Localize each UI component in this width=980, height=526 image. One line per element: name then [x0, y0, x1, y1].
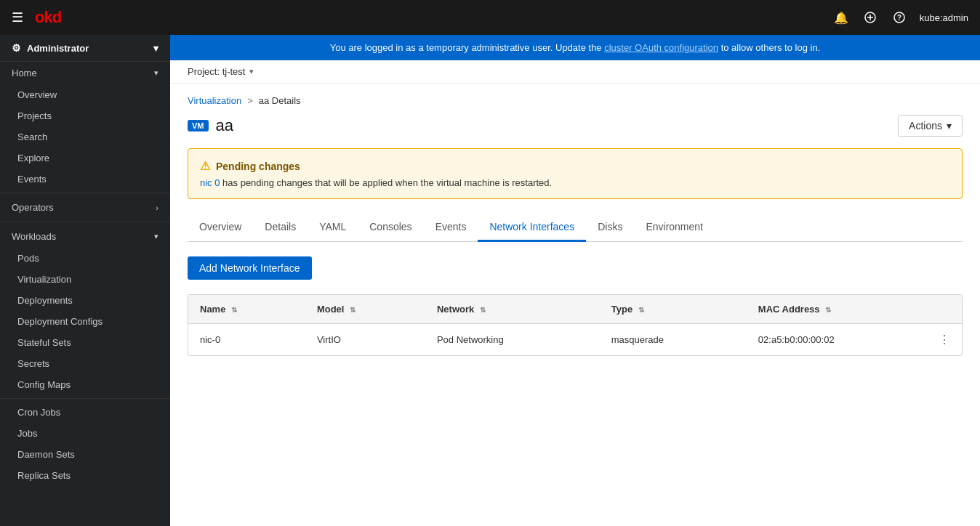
breadcrumb-parent-link[interactable]: Virtualization — [188, 95, 241, 106]
cell-name: nic-0 — [188, 324, 305, 356]
warning-icon: ⚠ — [200, 159, 210, 173]
sidebar-item-secrets[interactable]: Secrets — [0, 353, 170, 374]
sidebar-item-pods[interactable]: Pods — [0, 248, 170, 269]
workloads-chevron-icon: ▾ — [154, 232, 158, 241]
sidebar-divider-1 — [0, 193, 170, 193]
tab-details[interactable]: Details — [253, 214, 308, 242]
sidebar-item-deployment-configs[interactable]: Deployment Configs — [0, 311, 170, 332]
okd-logo: okd — [35, 8, 61, 27]
col-mac-label: MAC Address — [758, 304, 820, 315]
sidebar-item-config-maps[interactable]: Config Maps — [0, 374, 170, 395]
sidebar-admin-label: Administrator — [27, 43, 89, 54]
tab-yaml[interactable]: YAML — [308, 214, 358, 242]
sidebar-item-daemon-sets[interactable]: Daemon Sets — [0, 444, 170, 465]
sidebar-group-home[interactable]: Home ▾ — [0, 62, 170, 84]
home-chevron-icon: ▾ — [154, 68, 158, 78]
warning-message: has pending changes that will be applied… — [220, 177, 552, 188]
sidebar-item-cron-jobs[interactable]: Cron Jobs — [0, 402, 170, 423]
sidebar-group-operators[interactable]: Operators › — [0, 196, 170, 219]
sidebar-item-stateful-sets[interactable]: Stateful Sets — [0, 332, 170, 353]
warning-title: ⚠ Pending changes — [200, 159, 950, 173]
sidebar-operators-label: Operators — [12, 202, 54, 213]
sidebar-item-jobs[interactable]: Jobs — [0, 423, 170, 444]
banner-link[interactable]: cluster OAuth configuration — [604, 42, 718, 53]
sidebar-admin-row[interactable]: ⚙ Administrator ▾ — [0, 35, 170, 62]
vm-badge: VM — [188, 120, 209, 132]
sidebar-group-workloads[interactable]: Workloads ▾ — [0, 225, 170, 248]
help-icon[interactable]: ? — [891, 9, 908, 26]
warning-title-text: Pending changes — [216, 161, 300, 172]
sidebar-item-replica-sets[interactable]: Replica Sets — [0, 465, 170, 486]
col-type-label: Type — [611, 304, 632, 315]
project-bar: Project: tj-test ▾ — [170, 60, 980, 84]
sidebar-item-virtualization[interactable]: Virtualization — [0, 269, 170, 290]
tab-environment[interactable]: Environment — [634, 214, 715, 242]
bell-icon[interactable]: 🔔 — [832, 9, 850, 26]
sidebar-workloads-label: Workloads — [12, 231, 56, 242]
sort-type-icon[interactable]: ⇅ — [638, 306, 644, 314]
sidebar-item-events[interactable]: Events — [0, 169, 170, 190]
hamburger-icon[interactable]: ☰ — [12, 9, 23, 25]
sidebar-item-explore[interactable]: Explore — [0, 147, 170, 169]
col-network-label: Network — [437, 304, 474, 315]
col-model: Model ⇅ — [305, 295, 425, 324]
cell-model: VirtIO — [305, 324, 425, 356]
warning-nic-link[interactable]: nic 0 — [200, 177, 220, 188]
user-menu[interactable]: kube:admin — [920, 12, 968, 23]
svg-text:?: ? — [897, 14, 901, 22]
col-mac-address: MAC Address ⇅ — [747, 295, 962, 324]
tab-disks[interactable]: Disks — [586, 214, 634, 242]
sort-mac-icon[interactable]: ⇅ — [825, 306, 831, 314]
project-label: Project: tj-test — [188, 66, 245, 77]
warning-text: nic 0 has pending changes that will be a… — [200, 177, 950, 188]
tab-consoles[interactable]: Consoles — [358, 214, 423, 242]
operators-chevron-icon: › — [156, 203, 158, 212]
sort-model-icon[interactable]: ⇅ — [350, 306, 356, 314]
actions-chevron-icon: ▾ — [947, 120, 952, 132]
sort-network-icon[interactable]: ⇅ — [480, 306, 486, 314]
sort-name-icon[interactable]: ⇅ — [231, 306, 237, 314]
content-area: You are logged in as a temporary adminis… — [170, 35, 980, 526]
col-network: Network ⇅ — [425, 295, 600, 324]
col-model-label: Model — [317, 304, 345, 315]
page-title: aa — [216, 116, 899, 135]
col-type: Type ⇅ — [600, 295, 747, 324]
sidebar-item-search[interactable]: Search — [0, 126, 170, 147]
network-interfaces-table: Name ⇅ Model ⇅ Network ⇅ — [188, 294, 963, 356]
admin-chevron-icon: ▾ — [153, 43, 158, 54]
cell-mac: 02:a5:b0:00:00:02 ⋮ — [747, 324, 962, 355]
project-selector[interactable]: Project: tj-test ▾ — [188, 66, 254, 77]
page-header: VM aa Actions ▾ — [188, 115, 963, 137]
sidebar-divider-3 — [0, 398, 170, 399]
admin-icon: ⚙ — [12, 42, 21, 54]
breadcrumb-separator: > — [247, 95, 253, 106]
tab-overview[interactable]: Overview — [188, 214, 253, 242]
table-row: nic-0 VirtIO Pod Networking masquerade 0… — [188, 324, 962, 356]
tab-network-interfaces[interactable]: Network Interfaces — [478, 214, 586, 242]
row-actions-icon[interactable]: ⋮ — [939, 333, 950, 347]
sidebar-item-deployments[interactable]: Deployments — [0, 290, 170, 311]
pending-changes-warning: ⚠ Pending changes nic 0 has pending chan… — [188, 148, 963, 199]
sidebar-divider-2 — [0, 222, 170, 222]
sidebar-item-projects[interactable]: Projects — [0, 105, 170, 126]
cell-network: Pod Networking — [425, 324, 600, 356]
sidebar-item-overview[interactable]: Overview — [0, 84, 170, 105]
banner-message2: to allow others to log in. — [718, 42, 820, 53]
col-name: Name ⇅ — [188, 295, 305, 324]
breadcrumb-current: aa Details — [259, 95, 301, 106]
col-name-label: Name — [200, 304, 225, 315]
sidebar: ⚙ Administrator ▾ Home ▾ Overview Projec… — [0, 35, 170, 526]
breadcrumb: Virtualization > aa Details — [188, 95, 963, 106]
add-network-interface-button[interactable]: Add Network Interface — [188, 256, 312, 280]
page-content: Virtualization > aa Details VM aa Action… — [170, 84, 980, 526]
actions-button-label: Actions — [909, 120, 942, 132]
actions-button[interactable]: Actions ▾ — [898, 115, 963, 137]
project-chevron-icon: ▾ — [249, 67, 254, 76]
banner-message: You are logged in as a temporary adminis… — [330, 42, 604, 53]
cell-type: masquerade — [600, 324, 747, 356]
table-header-row: Name ⇅ Model ⇅ Network ⇅ — [188, 295, 962, 324]
tab-events[interactable]: Events — [424, 214, 478, 242]
plus-icon[interactable] — [861, 9, 879, 26]
topbar-icons: 🔔 ? kube:admin — [832, 9, 968, 26]
topbar: ☰ okd 🔔 ? kube:admin — [0, 0, 980, 35]
